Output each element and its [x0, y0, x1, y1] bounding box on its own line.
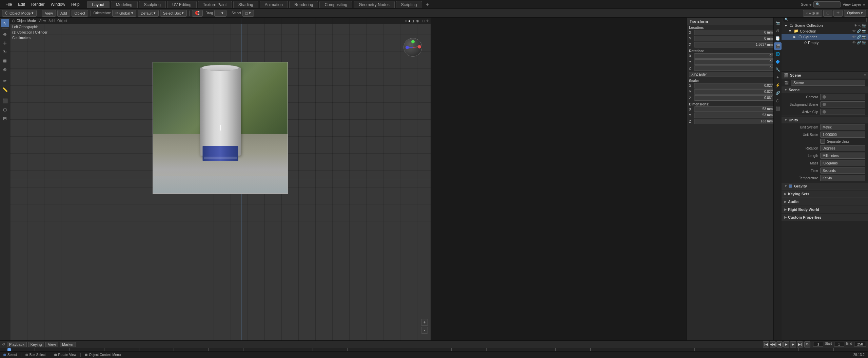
- separate-units-checkbox[interactable]: [820, 139, 825, 144]
- viewport-render-btn[interactable]: ◉: [416, 19, 419, 23]
- rotation-value[interactable]: Degrees: [820, 145, 865, 151]
- tab-shading[interactable]: Shading: [233, 1, 258, 8]
- object-menu[interactable]: Object: [72, 10, 88, 17]
- outliner-collection-render[interactable]: 📷: [862, 29, 866, 33]
- outliner-empty-render[interactable]: 📷: [862, 41, 866, 44]
- outliner-cylinder-link[interactable]: 🔗: [857, 35, 861, 39]
- timeline-view-btn[interactable]: View: [45, 342, 58, 347]
- menu-item-help[interactable]: Help: [68, 1, 82, 8]
- tab-uv-editing[interactable]: UV Editing: [167, 1, 197, 8]
- rotation-y-value[interactable]: 0°: [694, 59, 774, 65]
- step-forward-btn[interactable]: ▶: [790, 341, 796, 347]
- tool-scale[interactable]: ⊠: [1, 57, 9, 65]
- tab-geometry-nodes[interactable]: Geometry Nodes: [354, 1, 395, 8]
- gravity-header[interactable]: ▼ Gravity: [782, 183, 868, 190]
- select-mode[interactable]: □ ▾: [242, 10, 254, 17]
- tab-add-button[interactable]: +: [423, 1, 432, 8]
- scene-header-filter[interactable]: ≡: [864, 73, 866, 77]
- orientation-dropdown[interactable]: ⊕ Global ▾: [112, 10, 136, 17]
- view-menu[interactable]: View: [42, 10, 56, 17]
- tab-scripting[interactable]: Scripting: [396, 1, 422, 8]
- scale-z-value[interactable]: 0.061: [694, 95, 774, 101]
- dim-z-value[interactable]: 133 mm: [694, 119, 774, 124]
- dim-y-value[interactable]: 53 mm: [694, 113, 774, 118]
- tab-texture-paint[interactable]: Texture Paint: [198, 1, 232, 8]
- time-value[interactable]: Seconds: [820, 167, 865, 174]
- sync-btn[interactable]: ⟳: [804, 341, 810, 347]
- scene-name-value[interactable]: Scene: [791, 80, 865, 86]
- outliner-empty-link[interactable]: 🔗: [857, 41, 861, 44]
- tab-modeling[interactable]: Modeling: [111, 1, 138, 8]
- outliner-cylinder-eye[interactable]: 👁: [852, 35, 856, 39]
- location-y-value[interactable]: 0 mm: [694, 36, 774, 41]
- tool-transform[interactable]: ⊗: [1, 65, 9, 74]
- prop-icon-constraints[interactable]: 🔗: [774, 89, 782, 97]
- prop-icon-physics[interactable]: ⚡: [774, 81, 782, 89]
- outliner-item-empty[interactable]: ◇ Empty 👁 🔗 📷: [782, 40, 868, 45]
- viewport-wireframe-btn[interactable]: ○: [405, 19, 407, 23]
- start-frame[interactable]: 1: [834, 342, 844, 347]
- tab-sculpting[interactable]: Sculpting: [139, 1, 166, 8]
- viewport-object-btn[interactable]: Object: [57, 19, 67, 23]
- tool-add-cube[interactable]: ⬛: [1, 97, 9, 105]
- step-back-btn[interactable]: ◀: [776, 341, 783, 347]
- outliner-collection-link[interactable]: 🔗: [857, 29, 861, 33]
- viewport-gizmo-btn[interactable]: ✛: [426, 19, 429, 23]
- prop-icon-object[interactable]: 🔷: [774, 58, 782, 65]
- unit-system-value[interactable]: Metric: [820, 124, 865, 130]
- tab-rendering[interactable]: Rendering: [289, 1, 318, 8]
- rotation-z-value[interactable]: 0°: [694, 65, 774, 71]
- prop-icon-scene[interactable]: 🎬: [774, 42, 782, 50]
- tab-layout[interactable]: Layout: [87, 1, 110, 8]
- active-clip-value[interactable]: [820, 109, 865, 115]
- tool-select[interactable]: ↖: [1, 19, 9, 27]
- outliner-vis-eye[interactable]: 👁: [854, 24, 857, 27]
- outliner-vis-render[interactable]: 📷: [862, 24, 866, 27]
- rotation-x-value[interactable]: 0°: [694, 53, 774, 59]
- jump-start-btn[interactable]: |◀: [763, 341, 769, 347]
- viewport-overlay-btn[interactable]: ⊡: [422, 19, 425, 23]
- rotation-mode-dropdown[interactable]: XYZ Euler ▾: [689, 72, 780, 77]
- prop-icon-particles[interactable]: ✦: [774, 74, 782, 81]
- temperature-value[interactable]: Kelvin: [820, 175, 865, 181]
- select-box-dropdown[interactable]: Select Box ▾: [160, 10, 187, 17]
- menu-item-render[interactable]: Render: [28, 1, 47, 8]
- nav-sphere[interactable]: [403, 38, 422, 57]
- menu-item-file[interactable]: File: [3, 1, 15, 8]
- viewport-solid-btn[interactable]: ●: [408, 19, 410, 23]
- prop-icon-render[interactable]: 📷: [774, 19, 782, 26]
- rigid-body-header[interactable]: ▶ Rigid Body World: [782, 206, 868, 213]
- snap-toggle[interactable]: 🧲: [192, 10, 203, 17]
- menu-item-edit[interactable]: Edit: [15, 1, 28, 8]
- drag-mode[interactable]: ⊹ ▾: [214, 10, 226, 17]
- options-dropdown[interactable]: Options ▾: [844, 10, 866, 17]
- pivot-dropdown[interactable]: Default ▾: [138, 10, 159, 17]
- tool-measure[interactable]: 📏: [1, 85, 9, 94]
- zoom-out-btn[interactable]: -: [421, 327, 428, 334]
- gravity-checkbox[interactable]: [789, 184, 792, 188]
- scale-y-value[interactable]: 0.027: [694, 89, 774, 95]
- nav-gizmo[interactable]: [403, 38, 424, 58]
- outliner-item-cylinder[interactable]: ▶ ⬡ Cylinder 👁 🔗 📷: [782, 34, 868, 40]
- units-section-header[interactable]: ▼ Units: [782, 117, 868, 123]
- outliner-empty-eye[interactable]: 👁: [852, 41, 856, 44]
- zoom-in-btn[interactable]: +: [421, 319, 428, 326]
- tool-rotate[interactable]: ↻: [1, 48, 9, 56]
- tool-cursor[interactable]: ⊕: [1, 30, 9, 38]
- current-frame[interactable]: 1: [813, 342, 823, 347]
- location-x-value[interactable]: 0 mm: [694, 30, 774, 35]
- overlay-toggle[interactable]: ⊡: [823, 10, 832, 17]
- jump-back-btn[interactable]: ◀◀: [770, 341, 776, 347]
- prop-icon-output[interactable]: 🖨: [774, 27, 782, 34]
- prop-icon-world[interactable]: 🌐: [774, 50, 782, 58]
- scale-x-value[interactable]: 0.027: [694, 83, 774, 88]
- mass-value[interactable]: Kilograms: [820, 160, 865, 166]
- unit-scale-value[interactable]: 1.000000: [820, 132, 865, 138]
- scene-search[interactable]: 🔍: [813, 1, 841, 7]
- outliner-item-collection[interactable]: ▼ 📁 Collection 👁 🔗 📷: [782, 28, 868, 34]
- location-z-value[interactable]: 1.6637 mm: [694, 42, 774, 47]
- main-viewport[interactable]: ⬡ Object Mode View Add Object ○ ● ◑ ◉ ⊡ …: [10, 18, 431, 340]
- viewport-shading[interactable]: ○ ● ◑ ◉: [803, 10, 822, 17]
- viewport-material-btn[interactable]: ◑: [412, 19, 415, 23]
- end-frame[interactable]: 250: [854, 342, 866, 347]
